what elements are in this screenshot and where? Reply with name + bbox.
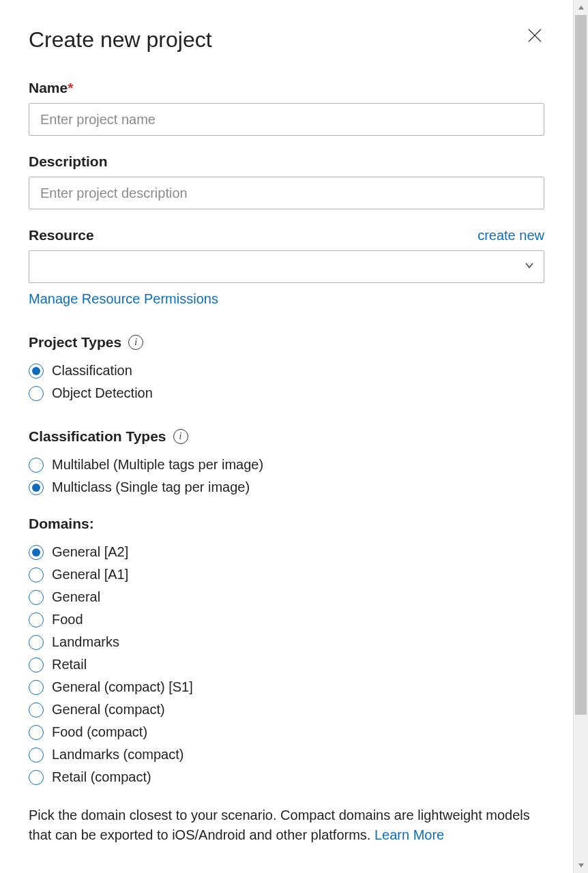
radio-icon (29, 748, 44, 763)
scroll-up-arrow-icon[interactable] (574, 0, 588, 15)
manage-resource-permissions-link[interactable]: Manage Resource Permissions (29, 291, 218, 307)
description-input[interactable] (29, 177, 544, 209)
name-input[interactable] (29, 103, 544, 136)
scroll-down-arrow-icon[interactable] (574, 858, 588, 873)
radio-icon (29, 567, 44, 582)
radio-icon (29, 680, 44, 695)
radio-icon (29, 458, 44, 473)
radio-label: Food (compact) (52, 724, 147, 740)
classification-types-radio-group: Multilabel (Multiple tags per image)Mult… (29, 457, 544, 495)
radio-label: Multilabel (Multiple tags per image) (52, 457, 263, 473)
scrollbar-thumb[interactable] (575, 15, 587, 715)
radio-icon (29, 702, 44, 717)
create-new-resource-link[interactable]: create new (477, 228, 544, 243)
radio-icon (29, 725, 44, 740)
dialog-title: Create new project (29, 27, 212, 53)
project-type-option[interactable]: Object Detection (29, 385, 544, 401)
domain-option[interactable]: General (compact) (29, 702, 544, 717)
required-indicator: * (68, 80, 73, 95)
name-label-text: Name (29, 80, 68, 95)
domains-helper-body: Pick the domain closest to your scenario… (29, 808, 530, 842)
create-project-dialog: Create new project Name* Description (0, 0, 573, 865)
radio-icon (29, 480, 44, 495)
radio-label: Landmarks (52, 634, 119, 650)
name-label: Name* (29, 80, 544, 96)
classification-type-option[interactable]: Multilabel (Multiple tags per image) (29, 457, 544, 473)
domain-option[interactable]: Retail (29, 657, 544, 672)
domain-option[interactable]: General (29, 589, 544, 605)
classification-types-label: Classification Types (29, 428, 166, 445)
domain-option[interactable]: Retail (compact) (29, 769, 544, 785)
radio-label: Classification (52, 363, 132, 379)
domain-option[interactable]: Landmarks (29, 634, 544, 650)
radio-icon (29, 657, 44, 672)
radio-label: Object Detection (52, 385, 153, 401)
radio-label: Retail (52, 657, 87, 672)
domain-option[interactable]: Food (compact) (29, 724, 544, 740)
resource-label: Resource (29, 227, 94, 243)
project-types-label: Project Types (29, 334, 121, 351)
radio-label: General [A1] (52, 567, 128, 582)
radio-icon (29, 770, 44, 785)
domain-option[interactable]: Landmarks (compact) (29, 747, 544, 763)
resource-select[interactable] (29, 250, 544, 283)
radio-icon (29, 590, 44, 605)
domain-option[interactable]: General (compact) [S1] (29, 679, 544, 695)
domain-option[interactable]: General [A2] (29, 544, 544, 560)
radio-icon (29, 364, 44, 379)
project-types-radio-group: ClassificationObject Detection (29, 363, 544, 401)
domain-option[interactable]: General [A1] (29, 567, 544, 582)
radio-label: General [A2] (52, 544, 128, 560)
project-type-option[interactable]: Classification (29, 363, 544, 379)
domain-option[interactable]: Food (29, 612, 544, 627)
radio-label: General (compact) [S1] (52, 679, 193, 695)
close-button[interactable] (525, 27, 544, 46)
radio-label: General (52, 589, 100, 605)
radio-icon (29, 635, 44, 650)
radio-icon (29, 612, 44, 627)
domains-label: Domains: (29, 516, 94, 532)
radio-label: Landmarks (compact) (52, 747, 183, 763)
domains-radio-group: General [A2]General [A1]GeneralFoodLandm… (29, 544, 544, 785)
radio-label: Food (52, 612, 83, 627)
svg-marker-3 (578, 863, 584, 868)
description-label: Description (29, 153, 544, 170)
radio-label: Retail (compact) (52, 769, 151, 785)
scrollbar[interactable] (573, 0, 588, 873)
info-icon[interactable]: i (173, 429, 188, 444)
learn-more-link[interactable]: Learn More (374, 827, 444, 842)
classification-type-option[interactable]: Multiclass (Single tag per image) (29, 479, 544, 495)
svg-marker-2 (578, 5, 584, 10)
info-icon[interactable]: i (128, 335, 143, 350)
radio-icon (29, 545, 44, 560)
radio-label: Multiclass (Single tag per image) (52, 479, 250, 495)
domains-helper-text: Pick the domain closest to your scenario… (29, 805, 544, 845)
radio-icon (29, 386, 44, 401)
close-icon (527, 27, 543, 47)
radio-label: General (compact) (52, 702, 165, 717)
